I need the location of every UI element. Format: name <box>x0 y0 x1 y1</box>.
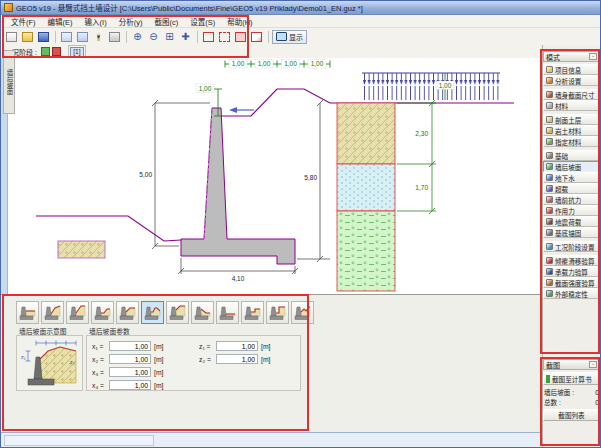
new-file-icon <box>6 32 17 42</box>
mode-minimize-button[interactable]: - <box>589 53 597 60</box>
frame-dashed-button[interactable] <box>217 30 232 44</box>
sidebar-item-applied-forces[interactable]: 作用力 <box>543 205 600 216</box>
copy-drawing-button[interactable] <box>59 30 74 44</box>
terrain-shape-5[interactable] <box>116 301 139 324</box>
sidebar-item-label: 超载 <box>555 184 568 194</box>
picture-list-button[interactable]: 截图列表 <box>543 409 600 421</box>
sidebar-item-water[interactable]: 地下水 <box>543 172 600 183</box>
sidebar-item-foundation[interactable]: 基础 <box>543 150 600 161</box>
layer2-thickness-label: 1,70 <box>415 184 428 191</box>
terrain-shape-icon <box>68 303 87 322</box>
terrain-icon <box>546 163 553 170</box>
sidebar-item-material[interactable]: 材料 <box>543 100 600 111</box>
field-unit-x3: [m] <box>154 369 163 376</box>
stage-1-button[interactable]: [1] <box>70 47 84 57</box>
menu-item-4[interactable]: 截图(c) <box>148 16 184 27</box>
pan-icon: ✚ <box>181 32 189 42</box>
field-input-z2[interactable] <box>216 354 258 364</box>
menu-item-6[interactable]: 帮助(H) <box>221 16 258 27</box>
sidebar-item-surcharge[interactable]: 超载 <box>543 183 600 194</box>
menu-item-5[interactable]: 设置(S) <box>184 16 221 27</box>
sidebar-item-verification[interactable]: 倾覆滑移验算 <box>543 255 600 266</box>
field-label-x2: x₂ = <box>92 356 109 363</box>
field-input-x4[interactable] <box>109 380 151 390</box>
menu-item-0[interactable]: 文件(F) <box>5 16 42 27</box>
sidebar-item-external-stability[interactable]: 外部稳定性 <box>543 288 600 299</box>
sidebar-item-earthquake[interactable]: 地震荷载 <box>543 216 600 227</box>
total-count-label: 总数 : <box>544 397 561 407</box>
zoom-window-button[interactable]: ⊞ <box>162 30 177 44</box>
terrain-shape-4[interactable] <box>91 301 114 324</box>
sidebar-item-stage-settings[interactable]: 工况阶段设置 <box>543 241 600 252</box>
open-folder-button[interactable] <box>20 30 35 44</box>
field-input-z1[interactable] <box>216 341 258 351</box>
terrain-shape-9[interactable] <box>216 301 239 324</box>
field-input-x3[interactable] <box>109 367 151 377</box>
print-icon <box>109 32 120 42</box>
sidebar-item-label: 作用力 <box>555 206 575 216</box>
app-window: GEO5 v19 - 悬臂式挡土墙设计 [C:\Users\Public\Doc… <box>0 0 601 448</box>
terrain-shape-6-selected[interactable] <box>141 301 164 324</box>
terrain-shape-3[interactable] <box>66 301 89 324</box>
copy-drawing-icon <box>61 32 72 42</box>
terrain-shape-8[interactable] <box>191 301 214 324</box>
field-row-z1: z₁ =[m] <box>199 340 270 352</box>
params-group-box: x₁ =[m]x₂ =[m]x₃ =[m]x₄ =[m]z₁ =[m]z₂ =[… <box>86 335 301 391</box>
terrain-shape-12[interactable] <box>291 301 314 324</box>
field-row-x4: x₄ =[m] <box>92 379 163 391</box>
print-button[interactable] <box>107 30 122 44</box>
terrain-shape-10[interactable] <box>241 301 264 324</box>
paste-dropdown-button[interactable]: ▾ <box>91 30 106 44</box>
frame-filled-button[interactable] <box>233 30 248 44</box>
pan-button[interactable]: ✚ <box>178 30 193 44</box>
zoom-in-button[interactable]: ⊕ <box>130 30 145 44</box>
sidebar-item-label: 墙身截面尺寸 <box>555 90 595 100</box>
sidebar-item-front-resistance[interactable]: 墙前抗力 <box>543 194 600 205</box>
zoom-out-button[interactable]: ⊖ <box>146 30 161 44</box>
terrain-shape-11[interactable] <box>266 301 289 324</box>
bottom-tab-terrain[interactable]: 墙后坡面 <box>3 50 15 114</box>
surcharge-load <box>362 73 500 100</box>
sidebar-item-base-anchorage[interactable]: 基底锚固 <box>543 227 600 238</box>
applied-forces-icon <box>546 207 553 214</box>
right-height-dimension <box>297 100 330 262</box>
direction-arrow <box>229 107 254 113</box>
copy-view-button[interactable] <box>75 30 90 44</box>
field-input-x2[interactable] <box>109 354 151 364</box>
sidebar-item-label: 外部稳定性 <box>555 289 588 299</box>
menu-item-1[interactable]: 编辑(E) <box>42 16 79 27</box>
field-input-x1[interactable] <box>109 341 151 351</box>
terrain-shape-1[interactable] <box>16 301 39 324</box>
toolbar-separator <box>55 31 56 43</box>
add-picture-button[interactable]: 截图至计算书 <box>543 372 600 385</box>
menu-item-3[interactable]: 分析(y) <box>113 16 149 27</box>
terrain-shape-icon <box>43 303 62 322</box>
terrain-shape-7[interactable] <box>166 301 189 324</box>
menu-item-2[interactable]: 输入(I) <box>79 16 113 27</box>
remove-stage-icon[interactable] <box>52 47 61 56</box>
toolbar-separator <box>126 31 127 43</box>
soil-layer-3 <box>337 211 395 291</box>
terrain-shape-icon <box>93 303 112 322</box>
new-file-button[interactable] <box>4 30 19 44</box>
pictures-minimize-button[interactable]: - <box>589 361 597 368</box>
sidebar-item-analysis-settings[interactable]: 分析设置 <box>543 75 600 86</box>
sidebar-item-soils[interactable]: 岩土材料 <box>543 125 600 136</box>
earthquake-icon <box>546 218 553 225</box>
drawing-canvas[interactable]: 1,00 1,00 1,00 1,00 1,00 <box>7 58 541 294</box>
frame-zoom-button[interactable] <box>249 30 264 44</box>
add-stage-icon[interactable] <box>41 47 50 56</box>
display-button[interactable]: 显示 <box>272 30 307 44</box>
sidebar-item-profile[interactable]: 剖面土层 <box>543 114 600 125</box>
sidebar-item-project-info[interactable]: 项目信息 <box>543 64 600 75</box>
save-button[interactable] <box>36 30 51 44</box>
sidebar-item-wall-geometry[interactable]: 墙身截面尺寸 <box>543 89 600 100</box>
sidebar-item-assign[interactable]: 指定材料 <box>543 136 600 147</box>
terrain-shape-icon <box>118 303 137 322</box>
sidebar-item-dimensioning[interactable]: 截面强度验算 <box>543 277 600 288</box>
sidebar-item-terrain[interactable]: 墙后坡面 <box>543 161 600 172</box>
sidebar-item-bearing-capacity[interactable]: 承载力验算 <box>543 266 600 277</box>
terrain-shape-2[interactable] <box>41 301 64 324</box>
sidebar-item-label: 基底锚固 <box>555 228 581 238</box>
frame-select-button[interactable] <box>201 30 216 44</box>
